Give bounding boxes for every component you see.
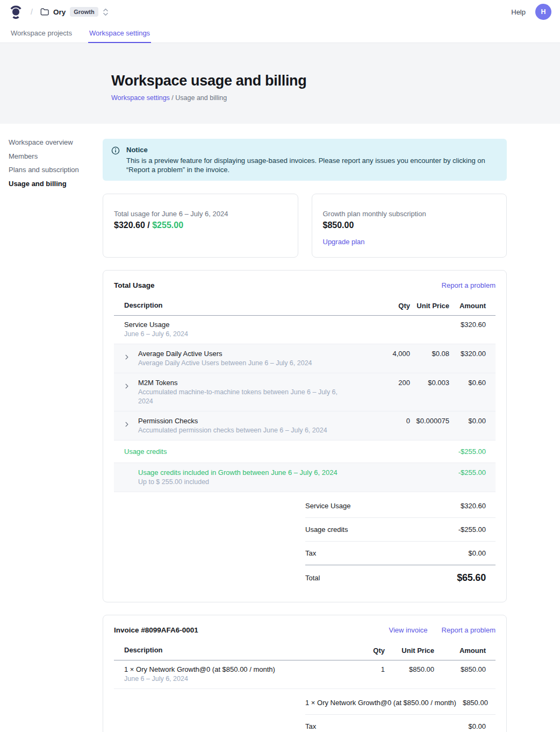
invoice-table-header: Description Qty Unit Price Amount (114, 646, 496, 660)
workspace-name: Ory (53, 8, 66, 16)
total-usage-value: $320.60 / $255.00 (114, 221, 287, 230)
chevron-right-icon[interactable] (124, 349, 138, 360)
usage-table-header: Description Qty Unit Price Amount (114, 301, 496, 316)
subscription-label: Growth plan monthly subscription (323, 209, 496, 218)
workspace-switcher[interactable]: Ory Growth (40, 7, 109, 17)
sidebar-item-usage-billing[interactable]: Usage and billing (9, 180, 103, 187)
view-invoice-link[interactable]: View invoice (389, 626, 428, 634)
chevron-right-icon[interactable] (124, 378, 138, 389)
summary-row-tax: Tax $0.00 (305, 542, 496, 565)
breadcrumb-parent-link[interactable]: Workspace settings (111, 94, 170, 102)
subscription-card: Growth plan monthly subscription $850.00… (312, 194, 507, 258)
total-usage-panel: Total Usage Report a problem Description… (103, 270, 507, 602)
total-usage-label: Total usage for June 6 – July 6, 2024 (114, 209, 287, 218)
help-link[interactable]: Help (511, 8, 526, 16)
summary-row-usage-credits: Usage credits -$255.00 (305, 518, 496, 542)
breadcrumb-current: Usage and billing (175, 94, 227, 102)
summary-row-tax: Tax $0.00 (305, 715, 496, 732)
table-row-usage-credits-detail: Usage credits included in Growth between… (114, 463, 496, 492)
avatar[interactable]: H (535, 4, 551, 20)
invoice-title: Invoice #8099AFA6-0001 (114, 626, 198, 634)
notice-body: This is a preview feature for displaying… (126, 157, 496, 174)
summary-row-service-usage: Service Usage $320.60 (305, 494, 496, 518)
breadcrumb: Workspace settings / Usage and billing (111, 94, 560, 102)
invoice-panel: Invoice #8099AFA6-0001 View invoice Repo… (103, 615, 507, 732)
table-row-daily-active-users[interactable]: Average Daily Active Users Average Daily… (114, 344, 496, 373)
tab-workspace-settings[interactable]: Workspace settings (88, 26, 151, 43)
table-row-m2m-tokens[interactable]: M2M Tokens Accumulated machine-to-machin… (114, 373, 496, 411)
total-usage-card: Total usage for June 6 – July 6, 2024 $3… (103, 194, 298, 258)
table-row-service-usage: Service Usage June 6 – July 6, 2024 $320… (114, 316, 496, 344)
breadcrumb-separator: / (31, 8, 33, 16)
usage-summary: Service Usage $320.60 Usage credits -$25… (305, 494, 496, 591)
invoice-line-item: 1 × Ory Network Growth@0 (at $850.00 / m… (114, 660, 496, 689)
chevron-updown-icon (103, 8, 109, 16)
preview-notice: Notice This is a preview feature for dis… (103, 139, 507, 181)
invoice-summary: 1 × Ory Network Growth@0 (at $850.00 / m… (305, 691, 496, 732)
usage-credit-value: $255.00 (152, 221, 183, 230)
page-header: Workspace usage and billing Workspace se… (0, 43, 560, 124)
tab-workspace-projects[interactable]: Workspace projects (10, 26, 73, 43)
report-problem-link[interactable]: Report a problem (442, 281, 496, 289)
sidebar-item-plans-subscription[interactable]: Plans and subscription (9, 166, 103, 173)
chevron-right-icon[interactable] (124, 416, 138, 427)
top-bar: / Ory Growth Help H (0, 0, 560, 24)
summary-row-line-item: 1 × Ory Network Growth@0 (at $850.00 / m… (305, 691, 496, 715)
table-row-permission-checks[interactable]: Permission Checks Accumulated permission… (114, 411, 496, 440)
usage-panel-title: Total Usage (114, 281, 155, 289)
sidebar-item-workspace-overview[interactable]: Workspace overview (9, 139, 103, 146)
workspace-tabs: Workspace projects Workspace settings (0, 24, 560, 43)
ory-logo-icon[interactable] (9, 4, 23, 19)
summary-row-total: Total $65.60 (305, 565, 496, 591)
page-title: Workspace usage and billing (111, 73, 560, 89)
report-problem-link[interactable]: Report a problem (442, 626, 496, 634)
subscription-value: $850.00 (323, 221, 496, 230)
settings-sidebar: Workspace overview Members Plans and sub… (0, 139, 103, 732)
notice-title: Notice (126, 145, 496, 154)
info-icon (111, 145, 120, 174)
table-row-usage-credits: Usage credits -$255.00 (114, 440, 496, 463)
sidebar-item-members[interactable]: Members (9, 153, 103, 160)
plan-badge: Growth (70, 7, 98, 17)
upgrade-plan-link[interactable]: Upgrade plan (323, 238, 365, 246)
folder-icon (40, 8, 49, 16)
